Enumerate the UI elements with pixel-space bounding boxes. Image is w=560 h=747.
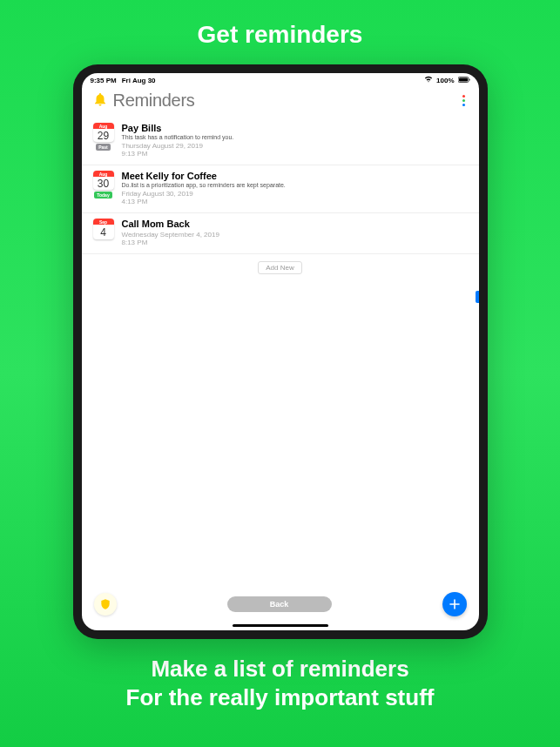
status-date: Fri Aug 30: [122, 77, 156, 84]
calendar-month: Aug: [93, 123, 114, 129]
calendar-month: Aug: [93, 171, 114, 177]
svg-rect-1: [459, 77, 468, 81]
add-button[interactable]: [442, 592, 467, 616]
reminder-title: Meet Kelly for Coffee: [122, 171, 469, 181]
battery-icon: [458, 77, 470, 84]
calendar-icon: Aug29Past: [92, 123, 115, 151]
home-indicator[interactable]: [233, 624, 328, 627]
battery-percent: 100%: [436, 77, 454, 84]
calendar-day: 4: [93, 225, 114, 239]
status-bar: 9:35 PM Fri Aug 30 100%: [82, 73, 479, 87]
reminder-title: Call Mom Back: [122, 219, 469, 229]
dot-icon: [462, 104, 465, 106]
date-badge: Past: [96, 144, 111, 151]
bell-icon: [92, 91, 108, 111]
reminder-body: Pay BillsThis task has a notification to…: [122, 123, 469, 158]
promo-headline: Get reminders: [198, 21, 363, 49]
side-tab-handle[interactable]: [476, 291, 479, 303]
page-header: Reminders: [82, 87, 479, 118]
reminder-time: 9:13 PM: [122, 150, 469, 158]
more-menu-button[interactable]: [459, 91, 469, 110]
promo-line: Make a list of reminders: [126, 655, 435, 683]
reminder-body: Call Mom BackWednesday September 4, 2019…: [122, 219, 469, 246]
reminder-row[interactable]: Sep4Call Mom BackWednesday September 4, …: [82, 213, 479, 254]
reminder-row[interactable]: Aug30TodayMeet Kelly for CoffeeDo.list i…: [82, 165, 479, 213]
reminder-description: This task has a notification to remind y…: [122, 134, 469, 140]
promo-subheadline: Make a list of reminders For the really …: [126, 655, 435, 711]
ipad-frame: 9:35 PM Fri Aug 30 100% Reminders: [73, 64, 488, 639]
plus-icon: [448, 597, 462, 611]
dot-icon: [462, 99, 465, 102]
page-title: Reminders: [113, 91, 454, 111]
promo-line: For the really important stuff: [126, 683, 435, 712]
reminder-title: Pay Bills: [122, 123, 469, 133]
svg-rect-2: [469, 78, 469, 80]
reminder-description: Do.list is a prioritization app, so remi…: [122, 182, 469, 188]
reminder-date: Wednesday September 4, 2019: [122, 231, 469, 239]
calendar-day: 30: [93, 177, 114, 190]
reminder-date: Thursday August 29, 2019: [122, 142, 469, 150]
date-badge: Today: [94, 192, 111, 199]
calendar-icon: Sep4: [92, 219, 115, 246]
dot-icon: [462, 95, 465, 98]
calendar-icon: Aug30Today: [92, 171, 115, 199]
status-time: 9:35 PM: [91, 77, 117, 84]
add-new-button[interactable]: Add New: [258, 261, 301, 274]
screen: 9:35 PM Fri Aug 30 100% Reminders: [82, 73, 479, 630]
reminder-row[interactable]: Aug29PastPay BillsThis task has a notifi…: [82, 118, 479, 165]
calendar-month: Sep: [93, 219, 114, 225]
reminders-list: Aug29PastPay BillsThis task has a notifi…: [82, 118, 479, 630]
back-button[interactable]: Back: [227, 596, 332, 612]
reminder-time: 4:13 PM: [122, 198, 469, 205]
reminder-time: 8:13 PM: [122, 239, 469, 246]
shield-icon: [99, 598, 111, 610]
reminder-body: Meet Kelly for CoffeeDo.list is a priori…: [122, 171, 469, 205]
calendar-day: 29: [93, 129, 114, 142]
reminder-date: Friday August 30, 2019: [122, 190, 469, 198]
wifi-icon: [424, 76, 433, 84]
shield-button[interactable]: [94, 593, 117, 616]
